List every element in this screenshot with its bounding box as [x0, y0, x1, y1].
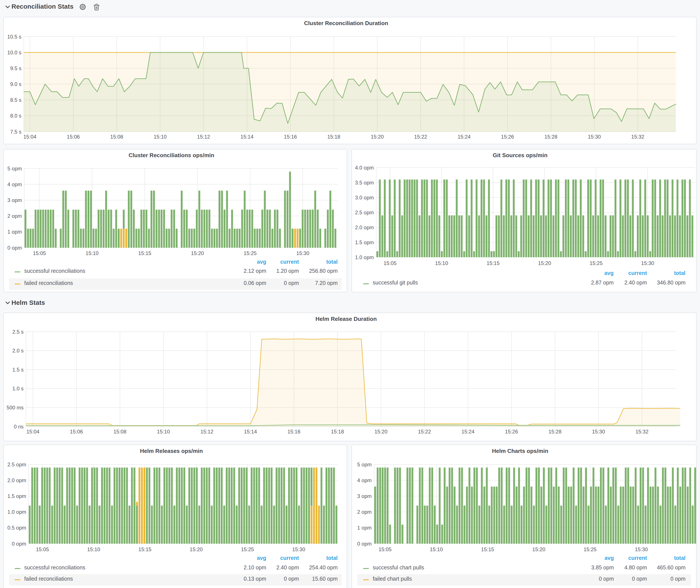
svg-text:15:12: 15:12	[197, 134, 210, 140]
svg-text:15:28: 15:28	[548, 429, 561, 435]
svg-text:2.5 opm: 2.5 opm	[355, 210, 374, 215]
svg-text:0 ns: 0 ns	[14, 424, 24, 430]
svg-text:15:20: 15:20	[532, 546, 545, 552]
svg-text:15:30: 15:30	[641, 260, 654, 266]
svg-text:15:06: 15:06	[67, 134, 80, 140]
svg-text:15:22: 15:22	[418, 429, 431, 435]
svg-text:15:10: 15:10	[154, 134, 167, 140]
svg-text:3 opm: 3 opm	[357, 493, 372, 499]
svg-text:5 opm: 5 opm	[357, 462, 372, 467]
svg-text:9.5 s: 9.5 s	[10, 65, 21, 71]
svg-text:15:20: 15:20	[191, 250, 204, 256]
svg-text:4 opm: 4 opm	[357, 477, 372, 483]
svg-text:15:25: 15:25	[590, 260, 603, 266]
svg-text:15:12: 15:12	[200, 429, 213, 435]
svg-text:15:24: 15:24	[461, 429, 474, 435]
svg-text:10.0 s: 10.0 s	[7, 50, 21, 55]
svg-text:15:30: 15:30	[292, 546, 305, 552]
svg-text:15:32: 15:32	[635, 429, 648, 435]
svg-text:1.0 opm: 1.0 opm	[355, 254, 374, 260]
svg-text:9.0 s: 9.0 s	[10, 81, 21, 87]
svg-text:5 opm: 5 opm	[7, 166, 22, 171]
svg-text:15:18: 15:18	[331, 429, 344, 435]
svg-text:15:18: 15:18	[327, 134, 340, 140]
svg-text:15:05: 15:05	[384, 260, 397, 266]
svg-text:15:04: 15:04	[23, 134, 36, 140]
svg-text:15:30: 15:30	[296, 250, 309, 256]
svg-text:4 opm: 4 opm	[7, 181, 22, 187]
svg-text:15:20: 15:20	[374, 429, 387, 435]
svg-text:3.5 opm: 3.5 opm	[355, 180, 374, 186]
svg-text:15:24: 15:24	[458, 134, 471, 140]
svg-text:15:20: 15:20	[371, 134, 384, 140]
svg-text:10.5 s: 10.5 s	[7, 34, 21, 40]
svg-text:2 opm: 2 opm	[357, 509, 372, 515]
svg-text:0 opm: 0 opm	[357, 541, 372, 547]
svg-text:15:14: 15:14	[240, 134, 253, 140]
svg-text:2.5 s: 2.5 s	[12, 329, 24, 335]
svg-text:15:04: 15:04	[26, 429, 39, 435]
svg-text:15:10: 15:10	[435, 260, 448, 266]
svg-text:1 opm: 1 opm	[357, 525, 372, 531]
svg-text:15:06: 15:06	[70, 429, 83, 435]
svg-text:15:30: 15:30	[635, 546, 648, 552]
svg-text:15:05: 15:05	[379, 546, 392, 552]
svg-text:2 opm: 2 opm	[7, 213, 22, 219]
svg-text:15:25: 15:25	[241, 546, 254, 552]
svg-text:15:10: 15:10	[157, 429, 170, 435]
svg-text:15:08: 15:08	[110, 134, 123, 140]
svg-text:15:25: 15:25	[244, 250, 257, 256]
svg-text:15:28: 15:28	[544, 134, 557, 140]
svg-text:8.0 s: 8.0 s	[10, 113, 21, 119]
svg-text:15:25: 15:25	[584, 546, 597, 552]
svg-text:1.5 opm: 1.5 opm	[355, 239, 374, 245]
svg-text:15:15: 15:15	[487, 260, 500, 266]
svg-text:0.5 opm: 0.5 opm	[7, 525, 26, 531]
svg-text:3 opm: 3 opm	[7, 197, 22, 203]
svg-text:15:10: 15:10	[85, 250, 98, 256]
svg-text:8.5 s: 8.5 s	[10, 97, 21, 103]
svg-text:15:10: 15:10	[87, 546, 100, 552]
svg-text:15:16: 15:16	[284, 134, 297, 140]
svg-text:4.0 opm: 4.0 opm	[355, 165, 374, 171]
svg-text:15:15: 15:15	[481, 546, 494, 552]
svg-text:15:20: 15:20	[190, 546, 203, 552]
svg-text:15:30: 15:30	[588, 134, 601, 140]
svg-text:1.0 s: 1.0 s	[12, 386, 24, 391]
svg-text:15:26: 15:26	[501, 134, 514, 140]
svg-text:1.5 s: 1.5 s	[12, 367, 24, 373]
svg-text:15:22: 15:22	[414, 134, 427, 140]
svg-text:2.5 opm: 2.5 opm	[7, 462, 26, 467]
svg-text:1 opm: 1 opm	[7, 229, 22, 235]
svg-text:15:10: 15:10	[430, 546, 443, 552]
svg-text:2.0 s: 2.0 s	[12, 348, 24, 354]
svg-text:7.5 s: 7.5 s	[10, 129, 21, 135]
svg-text:15:30: 15:30	[592, 429, 605, 435]
svg-text:0 opm: 0 opm	[12, 541, 26, 547]
svg-text:3.0 opm: 3.0 opm	[355, 195, 374, 200]
svg-text:1.5 opm: 1.5 opm	[7, 493, 26, 499]
svg-text:15:08: 15:08	[113, 429, 126, 435]
svg-text:15:15: 15:15	[138, 250, 151, 256]
svg-text:1.0 opm: 1.0 opm	[7, 509, 26, 515]
svg-text:15:05: 15:05	[36, 546, 49, 552]
svg-text:0 opm: 0 opm	[7, 245, 22, 251]
svg-text:500 ms: 500 ms	[6, 405, 24, 410]
svg-text:2.0 opm: 2.0 opm	[7, 477, 26, 483]
svg-text:15:20: 15:20	[538, 260, 551, 266]
svg-text:15:32: 15:32	[631, 134, 644, 140]
svg-text:15:26: 15:26	[505, 429, 518, 435]
svg-text:15:05: 15:05	[33, 250, 46, 256]
svg-text:2.0 opm: 2.0 opm	[355, 225, 374, 230]
svg-text:15:15: 15:15	[139, 546, 152, 552]
svg-text:15:14: 15:14	[244, 429, 257, 435]
svg-text:15:16: 15:16	[287, 429, 300, 435]
